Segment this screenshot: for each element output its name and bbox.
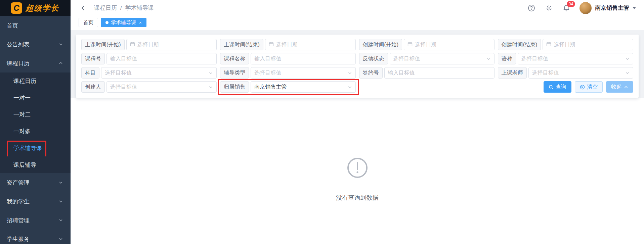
filter-label: 归属销售 (220, 81, 249, 93)
alert-circle-icon (347, 157, 368, 180)
sidebar-item-label: 招聘管理 (7, 216, 58, 224)
filter-input[interactable]: 选择日期 (404, 39, 495, 50)
sidebar-item[interactable]: 课后辅导 (0, 156, 71, 173)
clear-button-label: 清空 (587, 84, 598, 91)
calendar-icon (407, 42, 413, 48)
filter-field: 创建时间(开始) 选择日期 (359, 39, 495, 50)
filter-label: 创建时间(开始) (359, 39, 402, 50)
filter-label: 上课老师 (498, 67, 527, 79)
filter-input[interactable]: 南京销售主管 (251, 81, 355, 93)
tab-bar: 首页 学术辅导课 (71, 16, 644, 30)
sidebar-item-label: 一对一 (13, 94, 63, 102)
query-button-label: 查询 (556, 84, 566, 91)
gear-icon[interactable] (545, 4, 553, 12)
sidebar-item[interactable]: 学生服务 (0, 230, 71, 244)
sidebar-item[interactable]: 首页 (0, 16, 71, 35)
filter-input[interactable]: 选择目标值 (101, 67, 217, 79)
sidebar-item[interactable]: 我的学生 (0, 192, 71, 211)
back-icon[interactable] (79, 3, 88, 13)
filter-input[interactable]: 选择日期 (126, 39, 217, 50)
input-placeholder: 选择日期 (415, 41, 436, 48)
brand-icon (11, 2, 22, 14)
header-actions: 34 南京销售主管 (527, 2, 636, 14)
query-button[interactable]: 查询 (544, 81, 571, 93)
filter-input[interactable]: 输入目标值 (251, 53, 355, 64)
collapse-button[interactable]: 收起 (606, 81, 633, 93)
caret-down-icon (633, 7, 636, 9)
filter-panel: 上课时间(开始) 选择日期 (76, 35, 639, 98)
filter-field: 归属销售 南京销售主管 (220, 81, 355, 93)
tab-label: 首页 (83, 19, 93, 26)
filter-field: 课程名称 输入目标值 (220, 53, 355, 64)
calendar-icon (546, 42, 551, 48)
breadcrumb-separator: / (120, 5, 122, 11)
chevron-down-icon (58, 237, 63, 241)
filter-input[interactable]: 选择日期 (265, 39, 356, 50)
close-icon[interactable] (139, 20, 142, 25)
chevron-down-icon (348, 85, 352, 89)
filter-label: 反馈状态 (359, 53, 388, 64)
filter-row-last: 创建人 选择目标值 (81, 81, 633, 93)
sidebar-item[interactable]: 招聘管理 (0, 211, 71, 230)
chevron-down-icon (58, 42, 63, 47)
chevron-down-icon (625, 71, 630, 75)
filter-input[interactable]: 选择目标值 (528, 67, 633, 79)
main-area: 课程日历 / 学术辅导课 (71, 0, 644, 244)
chevron-down-icon (58, 180, 63, 185)
sidebar-item[interactable]: 一对多 (0, 123, 71, 140)
filter-input[interactable]: 选择目标值 (390, 53, 495, 64)
chevron-down-icon (486, 57, 491, 61)
filter-field: 语种 选择目标值 (498, 53, 633, 64)
calendar-icon (130, 42, 135, 48)
filter-input[interactable]: 选择目标值 (251, 67, 355, 79)
input-placeholder: 输入目标值 (388, 69, 415, 77)
sidebar-item-label: 课后辅导 (13, 161, 63, 169)
sidebar-item-label: 学术辅导课 (13, 144, 63, 152)
filter-input[interactable]: 输入目标值 (106, 53, 217, 64)
breadcrumb: 课程日历 / 学术辅导课 (94, 4, 154, 12)
sidebar-item[interactable]: 一对二 (0, 106, 71, 123)
sidebar-item[interactable]: 课程日历 (0, 54, 71, 72)
sidebar-item-label: 资产管理 (7, 179, 58, 187)
top-header: 课程日历 / 学术辅导课 (71, 0, 644, 16)
filter-input[interactable]: 输入目标值 (384, 67, 495, 79)
chevron-down-icon (348, 71, 352, 75)
sidebar-item[interactable]: 课程日历 (0, 72, 71, 89)
filter-input[interactable]: 选择目标值 (106, 81, 217, 93)
sidebar-item[interactable]: 一对一 (0, 89, 71, 106)
content-area: 没有查询到数据 (71, 98, 644, 244)
breadcrumb-page: 学术辅导课 (125, 4, 154, 12)
workspace: 上课时间(开始) 选择日期 (71, 30, 644, 244)
clear-button[interactable]: 清空 (575, 81, 603, 93)
filter-row: 科目 选择目标值 (81, 67, 633, 79)
filter-field: 创建时间(结束) 选择日期 (498, 39, 633, 50)
filter-field: 科目 选择目标值 (81, 67, 217, 79)
filter-input[interactable]: 选择日期 (543, 39, 633, 50)
input-placeholder: 选择日期 (554, 41, 575, 48)
user-name: 南京销售主管 (595, 4, 629, 12)
sidebar-item[interactable]: 公告列表 (0, 35, 71, 54)
brand-logo[interactable]: 超级学长 (0, 0, 71, 16)
tab[interactable]: 学术辅导课 (101, 18, 146, 27)
tab[interactable]: 首页 (79, 18, 98, 27)
user-menu[interactable]: 南京销售主管 (579, 2, 636, 14)
input-placeholder: 选择目标值 (393, 55, 420, 62)
breadcrumb-section[interactable]: 课程日历 (94, 4, 117, 12)
sidebar-item-label: 课程日历 (7, 59, 58, 67)
tab-active-dot (105, 21, 109, 24)
filter-field: 签约号 输入目标值 (359, 67, 495, 79)
help-icon[interactable] (527, 4, 536, 12)
sidebar: 超级学长 首页 公告列表 课程日历 (0, 0, 71, 244)
sidebar-item[interactable]: 学术辅导课 (0, 140, 71, 156)
chevron-down-icon (209, 85, 213, 89)
sidebar-item[interactable]: 资产管理 (0, 173, 71, 192)
app: 超级学长 首页 公告列表 课程日历 (0, 0, 644, 244)
input-placeholder: 选择日期 (276, 41, 298, 48)
filter-field: 上课时间(开始) 选择日期 (81, 39, 217, 50)
filter-input[interactable]: 选择目标值 (518, 53, 633, 64)
bell-icon[interactable]: 34 (562, 4, 571, 12)
input-value: 南京销售主管 (254, 84, 287, 91)
filter-label: 语种 (498, 53, 516, 64)
filter-label: 签约号 (359, 67, 383, 79)
input-placeholder: 选择目标值 (254, 69, 281, 77)
